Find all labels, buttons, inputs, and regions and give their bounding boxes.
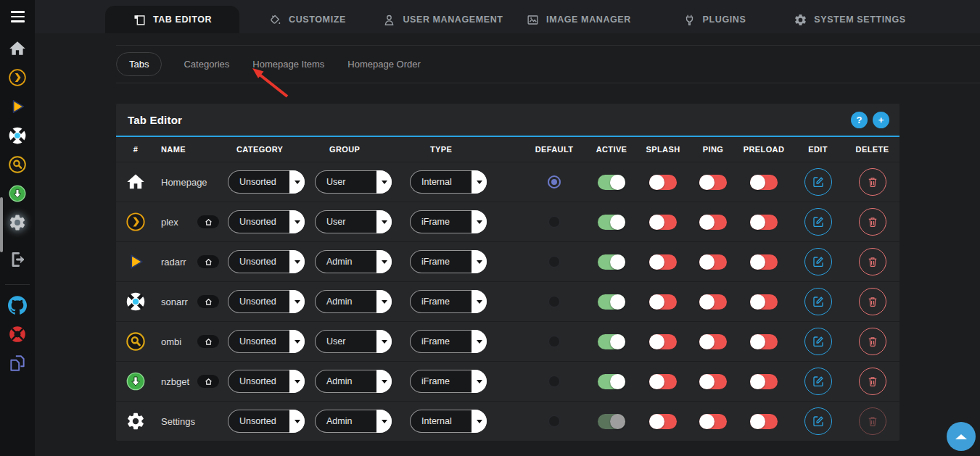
active-toggle[interactable] [598, 254, 625, 270]
active-toggle[interactable] [598, 414, 625, 429]
ping-toggle[interactable] [699, 294, 727, 310]
subtabs: TabsCategoriesHomepage ItemsHomepage Ord… [116, 45, 980, 83]
category-select[interactable]: Unsorted [228, 290, 305, 313]
user-management-icon [382, 13, 396, 27]
topnav-tab-customize[interactable]: CUSTOMIZE [239, 6, 375, 33]
type-select[interactable]: iFrame [410, 330, 487, 353]
delete-button[interactable] [859, 208, 886, 236]
default-radio[interactable] [548, 375, 561, 388]
sidebar-item-nzbget[interactable] [0, 179, 35, 208]
delete-button[interactable] [859, 288, 886, 315]
default-radio[interactable] [548, 175, 561, 188]
topnav-tab-tab-editor[interactable]: TAB EDITOR [105, 6, 239, 33]
active-toggle[interactable] [598, 374, 625, 389]
edit-icon [812, 375, 825, 388]
active-toggle[interactable] [598, 334, 625, 349]
subtab-homepage-order[interactable]: Homepage Order [346, 53, 421, 75]
preload-toggle[interactable] [750, 374, 778, 389]
ping-toggle[interactable] [699, 215, 727, 230]
active-toggle[interactable] [598, 175, 625, 190]
default-radio[interactable] [548, 295, 561, 308]
group-select[interactable]: Admin [315, 370, 392, 393]
group-select[interactable]: User [315, 170, 392, 194]
topnav-tab-user-management[interactable]: USER MANAGEMENT [375, 6, 511, 33]
sidebar-item-plex[interactable] [0, 63, 35, 92]
default-radio[interactable] [548, 215, 561, 228]
category-select[interactable]: Unsorted [228, 210, 305, 233]
edit-button[interactable] [804, 208, 832, 236]
ping-toggle[interactable] [699, 175, 727, 190]
delete-button[interactable] [859, 368, 886, 395]
sidebar-item-radarr[interactable] [0, 92, 35, 121]
sidebar-item-support[interactable] [0, 320, 35, 349]
edit-button[interactable] [804, 168, 832, 196]
subtab-categories[interactable]: Categories [182, 53, 231, 75]
subtab-tabs[interactable]: Tabs [116, 52, 162, 76]
sidebar-item-docs[interactable] [0, 349, 35, 378]
category-select[interactable]: Unsorted [228, 330, 305, 353]
delete-button[interactable] [859, 168, 886, 196]
preload-toggle[interactable] [750, 254, 778, 270]
sidebar-item-logout[interactable] [0, 244, 35, 275]
group-select[interactable]: Admin [315, 290, 392, 313]
add-tab-button[interactable]: + [873, 112, 889, 128]
sidebar-scrollbar[interactable] [0, 197, 3, 252]
splash-toggle[interactable] [649, 374, 677, 389]
preload-toggle[interactable] [750, 414, 778, 429]
edit-button[interactable] [804, 328, 832, 355]
topnav-tab-plugins[interactable]: PLUGINS [646, 6, 782, 33]
default-radio[interactable] [548, 255, 561, 268]
delete-button[interactable] [859, 328, 886, 355]
homepage-item-badge [197, 215, 219, 228]
sidebar-item-settings[interactable] [0, 208, 35, 237]
group-select[interactable]: User [315, 210, 392, 233]
scroll-to-top-button[interactable] [947, 422, 976, 451]
edit-button[interactable] [804, 288, 832, 315]
preload-toggle[interactable] [750, 175, 778, 190]
edit-button[interactable] [804, 368, 832, 395]
default-radio[interactable] [548, 335, 561, 348]
category-select[interactable]: Unsorted [228, 370, 305, 393]
preload-toggle[interactable] [750, 294, 778, 310]
sidebar-item-github[interactable] [0, 291, 35, 320]
preload-toggle[interactable] [750, 334, 778, 349]
hamburger-menu-icon[interactable] [0, 0, 35, 33]
splash-toggle[interactable] [649, 175, 677, 190]
topnav-tab-system-settings[interactable]: SYSTEM SETTINGS [782, 6, 918, 33]
splash-toggle[interactable] [649, 294, 677, 310]
subtab-homepage-items[interactable]: Homepage Items [251, 53, 326, 75]
delete-button[interactable] [859, 248, 886, 275]
splash-toggle[interactable] [649, 215, 677, 230]
sidebar-item-home[interactable] [0, 34, 35, 63]
splash-toggle[interactable] [649, 414, 677, 429]
ping-toggle[interactable] [699, 414, 727, 429]
active-toggle[interactable] [598, 215, 625, 230]
column-header: SPLASH [637, 145, 689, 154]
group-select[interactable]: Admin [315, 410, 392, 433]
category-select[interactable]: Unsorted [228, 410, 305, 433]
type-select[interactable]: iFrame [410, 290, 487, 313]
category-select[interactable]: Unsorted [228, 170, 305, 194]
type-select[interactable]: iFrame [410, 370, 487, 393]
help-button[interactable]: ? [851, 112, 868, 128]
active-toggle[interactable] [598, 294, 625, 310]
type-select[interactable]: iFrame [410, 210, 487, 233]
splash-toggle[interactable] [649, 254, 677, 270]
group-select[interactable]: Admin [315, 250, 392, 273]
sidebar-item-ombi[interactable] [0, 150, 35, 179]
ping-toggle[interactable] [699, 334, 727, 349]
type-select[interactable]: Internal [410, 170, 487, 194]
default-radio[interactable] [548, 415, 561, 428]
edit-button[interactable] [804, 407, 832, 435]
topnav-tab-image-manager[interactable]: IMAGE MANAGER [511, 6, 646, 33]
edit-button[interactable] [804, 248, 832, 275]
type-select[interactable]: Internal [410, 410, 487, 433]
ping-toggle[interactable] [699, 254, 727, 270]
sidebar-item-sonarr[interactable] [0, 121, 35, 150]
type-select[interactable]: iFrame [410, 250, 487, 273]
category-select[interactable]: Unsorted [228, 250, 305, 273]
preload-toggle[interactable] [750, 215, 778, 230]
group-select[interactable]: User [315, 330, 392, 353]
ping-toggle[interactable] [699, 374, 727, 389]
splash-toggle[interactable] [649, 334, 677, 349]
